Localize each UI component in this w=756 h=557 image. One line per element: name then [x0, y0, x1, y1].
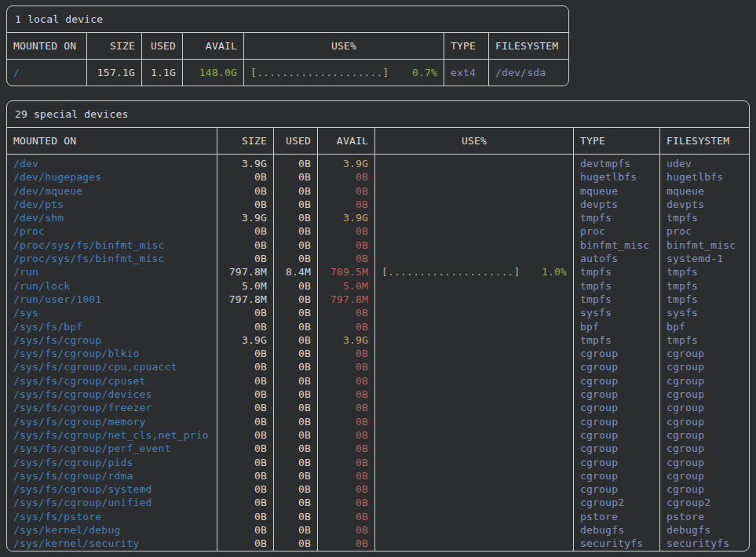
column-header-type: TYPE	[444, 33, 489, 59]
cell-used: 0B	[274, 198, 317, 211]
cell-avail: 0B	[318, 415, 374, 428]
cell-use-percent	[375, 388, 573, 401]
cell-type: tmpfs	[574, 293, 659, 306]
cell-type: cgroup	[574, 415, 659, 428]
cell-avail: 0B	[318, 537, 374, 550]
cell-avail: 0B	[318, 347, 374, 360]
cell-filesystem: debugfs	[660, 523, 749, 537]
cell-size: 157.1G	[87, 60, 141, 86]
cell-used: 0B	[274, 279, 317, 293]
cell-type: securityfs	[574, 537, 659, 550]
table-body: /157.1G1.1G148.0G[....................]0…	[7, 60, 568, 86]
cell-mounted-on: /run/lock	[7, 279, 217, 293]
cell-mounted-on: /sys/fs/bpf	[7, 320, 217, 333]
cell-size: 0B	[217, 170, 273, 184]
local-devices-table: 1 local device MOUNTED ONSIZEUSEDAVAILUS…	[6, 5, 569, 86]
cell-avail: 0B	[318, 184, 374, 198]
cell-use-percent	[375, 360, 573, 373]
cell-filesystem: securityfs	[660, 537, 749, 550]
cell-use-percent	[375, 211, 573, 224]
cell-size: 0B	[217, 496, 273, 509]
local-table-title: 1 local device	[7, 6, 568, 33]
cell-filesystem: hugetlbfs	[660, 170, 749, 184]
cell-mounted-on: /proc/sys/fs/binfmt_misc	[7, 238, 217, 252]
cell-use-percent	[375, 415, 573, 428]
cell-use-percent	[375, 333, 573, 347]
column-mounted-on: /	[7, 60, 87, 86]
cell-filesystem: cgroup2	[660, 496, 749, 509]
cell-type: tmpfs	[574, 333, 659, 347]
cell-mounted-on: /sys/fs/cgroup/cpu,cpuacct	[7, 360, 217, 373]
cell-use-percent	[375, 238, 573, 252]
cell-filesystem: cgroup	[660, 482, 749, 496]
column-header-size: SIZE	[217, 128, 274, 154]
column-header-mounted-on: MOUNTED ON	[7, 128, 217, 154]
cell-use-percent	[375, 170, 573, 184]
cell-mounted-on: /sys/fs/cgroup/rdma	[7, 469, 217, 482]
special-devices-table: 29 special devices MOUNTED ONSIZEUSEDAVA…	[6, 100, 750, 552]
cell-size: 3.9G	[217, 211, 273, 224]
cell-mounted-on: /sys/fs/cgroup/unified	[7, 496, 217, 509]
cell-used: 0B	[274, 170, 317, 184]
cell-used: 0B	[274, 293, 317, 306]
cell-used: 0B	[274, 415, 317, 428]
cell-avail: 0B	[318, 360, 374, 373]
cell-type: tmpfs	[574, 279, 659, 293]
cell-type: cgroup	[574, 442, 659, 455]
cell-avail: 5.0M	[318, 279, 374, 293]
cell-use-percent	[375, 347, 573, 360]
cell-mounted-on: /sys/fs/cgroup/perf_event	[7, 442, 217, 455]
cell-type: ext4	[444, 60, 488, 86]
cell-avail: 0B	[318, 456, 374, 469]
cell-avail: 0B	[318, 510, 374, 523]
column-use-percent: [....................]1.0%	[375, 155, 574, 551]
cell-used: 0B	[274, 428, 317, 442]
cell-filesystem: mqueue	[660, 184, 749, 198]
cell-type: cgroup	[574, 401, 659, 414]
cell-filesystem: bpf	[660, 320, 749, 333]
cell-used: 8.4M	[274, 265, 317, 278]
cell-used: 1.1G	[142, 60, 182, 86]
cell-filesystem: systemd-1	[660, 252, 749, 265]
cell-use-percent	[375, 184, 573, 198]
cell-use-percent	[375, 401, 573, 414]
cell-mounted-on: /sys/fs/cgroup/freezer	[7, 401, 217, 414]
cell-type: cgroup	[574, 428, 659, 442]
cell-use-percent	[375, 224, 573, 238]
cell-avail: 0B	[318, 401, 374, 414]
cell-size: 0B	[217, 482, 273, 496]
cell-type: binfmt_misc	[574, 238, 659, 252]
cell-used: 0B	[274, 238, 317, 252]
cell-size: 0B	[217, 469, 273, 482]
header-row: MOUNTED ONSIZEUSEDAVAILUSE%TYPEFILESYSTE…	[7, 33, 568, 60]
cell-filesystem: cgroup	[660, 456, 749, 469]
cell-use-percent	[375, 306, 573, 319]
column-header-avail: AVAIL	[183, 33, 244, 59]
cell-avail: 797.8M	[318, 293, 374, 306]
cell-used: 0B	[274, 347, 317, 360]
cell-type: cgroup	[574, 469, 659, 482]
cell-filesystem: cgroup	[660, 415, 749, 428]
column-header-mounted-on: MOUNTED ON	[7, 33, 87, 59]
cell-filesystem: binfmt_misc	[660, 238, 749, 252]
column-use-percent: [....................]0.7%	[244, 60, 444, 86]
cell-mounted-on: /run/user/1001	[7, 293, 217, 306]
cell-mounted-on: /sys/kernel/security	[7, 537, 217, 550]
cell-size: 797.8M	[217, 293, 273, 306]
cell-used: 0B	[274, 496, 317, 509]
cell-use-percent: [....................]1.0%	[375, 265, 573, 278]
cell-used: 0B	[274, 252, 317, 265]
column-filesystem: udevhugetlbfsmqueuedevptstmpfsprocbinfmt…	[660, 155, 749, 551]
column-header-filesystem: FILESYSTEM	[489, 33, 568, 59]
cell-filesystem: tmpfs	[660, 279, 749, 293]
column-size: 157.1G	[87, 60, 142, 86]
cell-used: 0B	[274, 401, 317, 414]
cell-size: 3.9G	[217, 333, 273, 347]
cell-type: cgroup	[574, 360, 659, 373]
cell-mounted-on: /sys/fs/cgroup/net_cls,net_prio	[7, 428, 217, 442]
cell-used: 0B	[274, 224, 317, 238]
cell-mounted-on: /sys/fs/pstore	[7, 510, 217, 523]
special-table-title: 29 special devices	[7, 101, 749, 128]
cell-type: cgroup2	[574, 496, 659, 509]
cell-size: 0B	[217, 442, 273, 455]
